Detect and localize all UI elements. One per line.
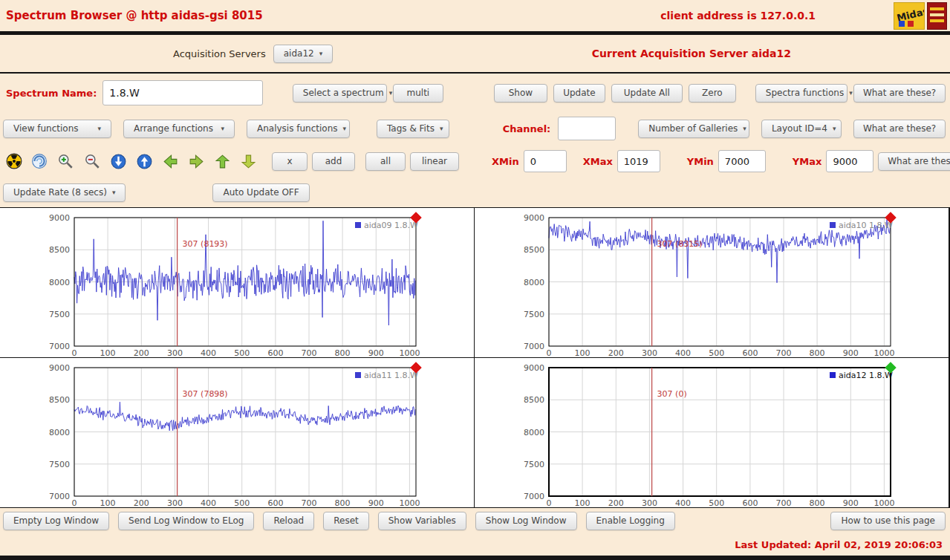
acquisition-server-select[interactable]: aida12 ▾	[273, 45, 333, 63]
svg-text:8000: 8000	[524, 278, 544, 287]
pan-right-icon[interactable]	[188, 152, 205, 170]
layout-id-dropdown[interactable]: Layout ID=4 ▾	[761, 120, 842, 138]
linear-button[interactable]: linear	[410, 152, 459, 171]
functions-row: View functions ▾ Arrange functions ▾ Ana…	[0, 112, 950, 145]
show-variables-button[interactable]: Show Variables	[378, 512, 466, 530]
multi-button[interactable]: multi	[393, 84, 443, 102]
tags-fits-dropdown[interactable]: Tags & Fits ▾	[377, 120, 449, 138]
number-of-galleries-dropdown[interactable]: Number of Galleries ▾	[638, 120, 749, 138]
pan-up-icon[interactable]	[214, 152, 231, 170]
reset-button[interactable]: Reset	[323, 512, 369, 530]
svg-text:8000: 8000	[49, 428, 70, 437]
svg-text:aida12 1.8.W: aida12 1.8.W	[839, 371, 893, 380]
chevron-down-icon: ▾	[112, 189, 116, 196]
logos: Midas	[894, 2, 947, 30]
what-are-these-button-2[interactable]: What are these?	[853, 120, 946, 138]
enable-logging-button[interactable]: Enable Logging	[586, 512, 675, 530]
svg-text:7500: 7500	[524, 460, 544, 469]
svg-text:700: 700	[776, 498, 792, 507]
spectra-functions-dropdown[interactable]: Spectra functions ▾	[755, 84, 847, 102]
update-rate-dropdown[interactable]: Update Rate (8 secs) ▾	[3, 183, 126, 202]
svg-text:307 (0): 307 (0)	[657, 389, 687, 399]
add-button[interactable]: add	[312, 152, 355, 171]
update-button[interactable]: Update	[553, 84, 605, 102]
svg-text:8500: 8500	[524, 245, 544, 255]
tags-fits-label: Tags & Fits	[387, 123, 435, 134]
svg-text:1000: 1000	[399, 348, 420, 357]
xmax-label: XMax	[583, 156, 613, 167]
chevron-down-icon: ▾	[849, 89, 853, 97]
auto-update-button[interactable]: Auto Update OFF	[212, 183, 309, 202]
svg-text:200: 200	[608, 498, 624, 507]
globe-down-icon[interactable]	[110, 152, 127, 170]
view-functions-dropdown[interactable]: View functions ▾	[3, 120, 111, 138]
svg-text:400: 400	[201, 498, 216, 507]
spectrum-chart-aida12[interactable]: 307 (0)700075008000850090000100200300400…	[475, 358, 949, 507]
spectrum-chart-aida10[interactable]: 307 (8315)700075008000850090000100200300…	[475, 208, 949, 357]
xmin-input[interactable]	[524, 150, 567, 172]
show-log-window-button[interactable]: Show Log Window	[475, 512, 577, 530]
send-log-window-button[interactable]: Send Log Window to ELog	[118, 512, 254, 530]
zoom-out-icon[interactable]	[83, 152, 101, 170]
chevron-down-icon: ▾	[833, 125, 836, 132]
svg-text:9000: 9000	[524, 213, 544, 223]
spectrum-chart-aida09[interactable]: 307 (8193)700075008000850090000100200300…	[0, 208, 474, 357]
facility-logo-image	[927, 2, 947, 30]
select-spectrum-dropdown[interactable]: Select a spectrum ▾	[293, 84, 387, 102]
svg-text:200: 200	[134, 498, 149, 507]
svg-text:aida10 1.8.W: aida10 1.8.W	[839, 221, 893, 230]
svg-text:8000: 8000	[524, 428, 544, 437]
svg-text:400: 400	[201, 348, 216, 357]
zoom-in-icon[interactable]	[56, 152, 74, 170]
chevron-down-icon: ▾	[319, 50, 323, 57]
svg-text:8500: 8500	[49, 245, 70, 255]
svg-text:600: 600	[267, 498, 283, 507]
midas-logo-image: Midas	[894, 2, 925, 30]
all-button[interactable]: all	[365, 152, 406, 171]
show-button[interactable]: Show	[494, 84, 547, 102]
ymax-label: YMax	[793, 156, 822, 167]
what-are-these-button-3[interactable]: What are these?	[878, 152, 950, 171]
what-are-these-button-1[interactable]: What are these?	[853, 84, 946, 102]
spectrum-chart-aida11[interactable]: 307 (7898)700075008000850090000100200300…	[0, 358, 474, 507]
svg-text:800: 800	[810, 348, 825, 357]
svg-text:800: 800	[335, 498, 351, 507]
spectrum-browser-page: Spectrum Browser @ http aidas-gsi 8015 c…	[0, 0, 950, 560]
globe-up-icon[interactable]	[136, 152, 153, 170]
svg-text:7000: 7000	[49, 492, 70, 501]
how-to-use-button[interactable]: How to use this page	[830, 512, 946, 530]
radiation-icon[interactable]	[6, 152, 22, 170]
svg-text:900: 900	[368, 348, 384, 357]
svg-text:1000: 1000	[873, 348, 894, 357]
spectrum-name-input[interactable]	[103, 80, 262, 105]
svg-text:100: 100	[575, 498, 591, 507]
x-button[interactable]: x	[272, 152, 308, 171]
xmax-input[interactable]	[617, 150, 660, 172]
svg-text:800: 800	[335, 348, 351, 357]
bottom-border-bar	[0, 556, 950, 560]
cyclone-icon[interactable]	[31, 152, 48, 170]
svg-text:700: 700	[776, 348, 792, 357]
svg-text:1000: 1000	[873, 498, 894, 507]
reload-button[interactable]: Reload	[263, 512, 314, 530]
page-title: Spectrum Browser @ http aidas-gsi 8015	[6, 9, 263, 22]
update-all-button[interactable]: Update All	[611, 84, 683, 102]
svg-text:307 (8193): 307 (8193)	[183, 239, 228, 249]
arrange-functions-dropdown[interactable]: Arrange functions ▾	[123, 120, 235, 138]
svg-text:8000: 8000	[49, 278, 70, 287]
empty-log-window-button[interactable]: Empty Log Window	[3, 512, 109, 530]
ymin-input[interactable]	[718, 150, 766, 172]
pan-left-icon[interactable]	[162, 152, 179, 170]
ymax-input[interactable]	[826, 150, 873, 172]
channel-input[interactable]	[558, 117, 616, 140]
svg-text:300: 300	[642, 498, 657, 507]
pan-down-icon[interactable]	[240, 152, 257, 170]
analysis-functions-dropdown[interactable]: Analysis functions ▾	[247, 120, 350, 138]
svg-text:9000: 9000	[524, 363, 544, 373]
svg-text:0: 0	[547, 348, 552, 357]
zero-button[interactable]: Zero	[689, 84, 736, 102]
spectrum-name-row: Spectrum Name: Select a spectrum ▾ multi…	[0, 74, 950, 112]
header-right: client address is 127.0.0.1 Midas	[660, 2, 947, 30]
svg-text:307 (8315): 307 (8315)	[657, 239, 703, 249]
svg-text:100: 100	[100, 498, 116, 507]
